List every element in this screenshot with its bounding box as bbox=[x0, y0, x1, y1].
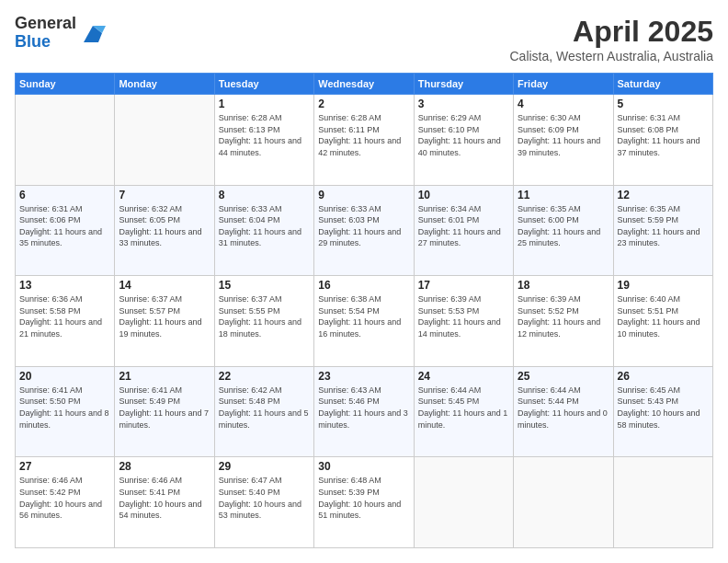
main-title: April 2025 bbox=[509, 15, 713, 49]
day-info: Sunrise: 6:46 AMSunset: 5:41 PMDaylight:… bbox=[119, 475, 210, 521]
day-info: Sunrise: 6:41 AMSunset: 5:49 PMDaylight:… bbox=[119, 385, 210, 431]
day-cell: 12Sunrise: 6:35 AMSunset: 5:59 PMDayligh… bbox=[613, 185, 712, 276]
day-cell: 30Sunrise: 6:48 AMSunset: 5:39 PMDayligh… bbox=[314, 457, 414, 548]
day-number: 16 bbox=[318, 279, 409, 292]
day-cell: 27Sunrise: 6:46 AMSunset: 5:42 PMDayligh… bbox=[16, 457, 115, 548]
day-cell: 22Sunrise: 6:42 AMSunset: 5:48 PMDayligh… bbox=[214, 366, 313, 457]
day-cell bbox=[115, 95, 214, 186]
day-number: 17 bbox=[418, 279, 509, 292]
day-cell: 6Sunrise: 6:31 AMSunset: 6:06 PMDaylight… bbox=[16, 185, 115, 276]
day-cell: 4Sunrise: 6:30 AMSunset: 6:09 PMDaylight… bbox=[514, 95, 613, 186]
day-cell: 23Sunrise: 6:43 AMSunset: 5:46 PMDayligh… bbox=[314, 366, 414, 457]
week-row-2: 6Sunrise: 6:31 AMSunset: 6:06 PMDaylight… bbox=[16, 185, 713, 276]
day-info: Sunrise: 6:32 AMSunset: 6:05 PMDaylight:… bbox=[119, 203, 210, 249]
day-cell: 14Sunrise: 6:37 AMSunset: 5:57 PMDayligh… bbox=[115, 276, 214, 367]
subtitle: Calista, Western Australia, Australia bbox=[509, 49, 713, 63]
day-cell: 10Sunrise: 6:34 AMSunset: 6:01 PMDayligh… bbox=[414, 185, 513, 276]
day-info: Sunrise: 6:37 AMSunset: 5:55 PMDaylight:… bbox=[219, 293, 310, 339]
day-info: Sunrise: 6:39 AMSunset: 5:52 PMDaylight:… bbox=[518, 293, 609, 339]
title-block: April 2025 Calista, Western Australia, A… bbox=[509, 15, 713, 63]
day-number: 6 bbox=[19, 189, 110, 201]
day-cell: 25Sunrise: 6:44 AMSunset: 5:44 PMDayligh… bbox=[514, 366, 613, 457]
day-cell: 1Sunrise: 6:28 AMSunset: 6:13 PMDaylight… bbox=[214, 95, 313, 186]
logo: General Blue bbox=[15, 15, 106, 52]
day-number: 4 bbox=[518, 98, 609, 110]
day-number: 13 bbox=[19, 279, 110, 292]
logo-icon bbox=[80, 20, 106, 46]
day-info: Sunrise: 6:41 AMSunset: 5:50 PMDaylight:… bbox=[19, 385, 110, 431]
day-cell: 24Sunrise: 6:44 AMSunset: 5:45 PMDayligh… bbox=[414, 366, 513, 457]
day-cell: 19Sunrise: 6:40 AMSunset: 5:51 PMDayligh… bbox=[613, 276, 712, 367]
day-cell: 11Sunrise: 6:35 AMSunset: 6:00 PMDayligh… bbox=[514, 185, 613, 276]
day-info: Sunrise: 6:37 AMSunset: 5:57 PMDaylight:… bbox=[119, 293, 210, 339]
header-row: SundayMondayTuesdayWednesdayThursdayFrid… bbox=[16, 74, 713, 95]
day-number: 12 bbox=[618, 189, 709, 201]
day-info: Sunrise: 6:34 AMSunset: 6:01 PMDaylight:… bbox=[418, 203, 509, 249]
day-cell: 28Sunrise: 6:46 AMSunset: 5:41 PMDayligh… bbox=[115, 457, 214, 548]
week-row-4: 20Sunrise: 6:41 AMSunset: 5:50 PMDayligh… bbox=[16, 366, 713, 457]
day-info: Sunrise: 6:48 AMSunset: 5:39 PMDaylight:… bbox=[318, 475, 409, 521]
col-header-saturday: Saturday bbox=[613, 74, 712, 95]
day-number: 28 bbox=[119, 460, 210, 473]
day-number: 3 bbox=[418, 98, 509, 110]
day-number: 1 bbox=[219, 98, 310, 110]
calendar-table: SundayMondayTuesdayWednesdayThursdayFrid… bbox=[15, 73, 713, 548]
day-info: Sunrise: 6:35 AMSunset: 6:00 PMDaylight:… bbox=[518, 203, 609, 249]
day-info: Sunrise: 6:38 AMSunset: 5:54 PMDaylight:… bbox=[318, 293, 409, 339]
day-cell: 15Sunrise: 6:37 AMSunset: 5:55 PMDayligh… bbox=[214, 276, 313, 367]
logo-blue: Blue bbox=[15, 33, 76, 52]
day-info: Sunrise: 6:42 AMSunset: 5:48 PMDaylight:… bbox=[219, 385, 310, 431]
logo-text: General Blue bbox=[15, 15, 76, 52]
day-number: 19 bbox=[618, 279, 709, 292]
day-cell: 18Sunrise: 6:39 AMSunset: 5:52 PMDayligh… bbox=[514, 276, 613, 367]
day-cell: 3Sunrise: 6:29 AMSunset: 6:10 PMDaylight… bbox=[414, 95, 513, 186]
day-cell: 5Sunrise: 6:31 AMSunset: 6:08 PMDaylight… bbox=[613, 95, 712, 186]
day-cell bbox=[514, 457, 613, 548]
day-number: 29 bbox=[219, 460, 310, 473]
day-number: 21 bbox=[119, 370, 210, 383]
day-number: 24 bbox=[418, 370, 509, 383]
day-cell: 21Sunrise: 6:41 AMSunset: 5:49 PMDayligh… bbox=[115, 366, 214, 457]
week-row-1: 1Sunrise: 6:28 AMSunset: 6:13 PMDaylight… bbox=[16, 95, 713, 186]
day-number: 27 bbox=[19, 460, 110, 473]
day-number: 25 bbox=[518, 370, 609, 383]
day-info: Sunrise: 6:44 AMSunset: 5:44 PMDaylight:… bbox=[518, 385, 609, 431]
day-info: Sunrise: 6:30 AMSunset: 6:09 PMDaylight:… bbox=[518, 112, 609, 158]
day-info: Sunrise: 6:45 AMSunset: 5:43 PMDaylight:… bbox=[618, 385, 709, 431]
col-header-monday: Monday bbox=[115, 74, 214, 95]
col-header-friday: Friday bbox=[514, 74, 613, 95]
day-cell: 7Sunrise: 6:32 AMSunset: 6:05 PMDaylight… bbox=[115, 185, 214, 276]
col-header-thursday: Thursday bbox=[414, 74, 513, 95]
day-number: 23 bbox=[318, 370, 409, 383]
day-info: Sunrise: 6:36 AMSunset: 5:58 PMDaylight:… bbox=[19, 293, 110, 339]
day-cell: 17Sunrise: 6:39 AMSunset: 5:53 PMDayligh… bbox=[414, 276, 513, 367]
day-cell: 26Sunrise: 6:45 AMSunset: 5:43 PMDayligh… bbox=[613, 366, 712, 457]
day-number: 5 bbox=[618, 98, 709, 110]
day-info: Sunrise: 6:29 AMSunset: 6:10 PMDaylight:… bbox=[418, 112, 509, 158]
day-info: Sunrise: 6:40 AMSunset: 5:51 PMDaylight:… bbox=[618, 293, 709, 339]
day-info: Sunrise: 6:31 AMSunset: 6:06 PMDaylight:… bbox=[19, 203, 110, 249]
day-info: Sunrise: 6:28 AMSunset: 6:13 PMDaylight:… bbox=[219, 112, 310, 158]
day-info: Sunrise: 6:31 AMSunset: 6:08 PMDaylight:… bbox=[618, 112, 709, 158]
day-cell: 20Sunrise: 6:41 AMSunset: 5:50 PMDayligh… bbox=[16, 366, 115, 457]
day-number: 20 bbox=[19, 370, 110, 383]
col-header-tuesday: Tuesday bbox=[214, 74, 313, 95]
day-info: Sunrise: 6:44 AMSunset: 5:45 PMDaylight:… bbox=[418, 385, 509, 431]
day-number: 2 bbox=[318, 98, 409, 110]
day-cell: 9Sunrise: 6:33 AMSunset: 6:03 PMDaylight… bbox=[314, 185, 414, 276]
logo-general: General bbox=[15, 15, 76, 33]
day-cell: 16Sunrise: 6:38 AMSunset: 5:54 PMDayligh… bbox=[314, 276, 414, 367]
day-info: Sunrise: 6:43 AMSunset: 5:46 PMDaylight:… bbox=[318, 385, 409, 431]
day-number: 18 bbox=[518, 279, 609, 292]
day-info: Sunrise: 6:39 AMSunset: 5:53 PMDaylight:… bbox=[418, 293, 509, 339]
day-cell bbox=[16, 95, 115, 186]
day-cell: 2Sunrise: 6:28 AMSunset: 6:11 PMDaylight… bbox=[314, 95, 414, 186]
day-number: 30 bbox=[318, 460, 409, 473]
day-info: Sunrise: 6:35 AMSunset: 5:59 PMDaylight:… bbox=[618, 203, 709, 249]
day-cell bbox=[613, 457, 712, 548]
col-header-sunday: Sunday bbox=[16, 74, 115, 95]
day-number: 10 bbox=[418, 189, 509, 201]
day-number: 14 bbox=[119, 279, 210, 292]
week-row-5: 27Sunrise: 6:46 AMSunset: 5:42 PMDayligh… bbox=[16, 457, 713, 548]
day-number: 9 bbox=[318, 189, 409, 201]
